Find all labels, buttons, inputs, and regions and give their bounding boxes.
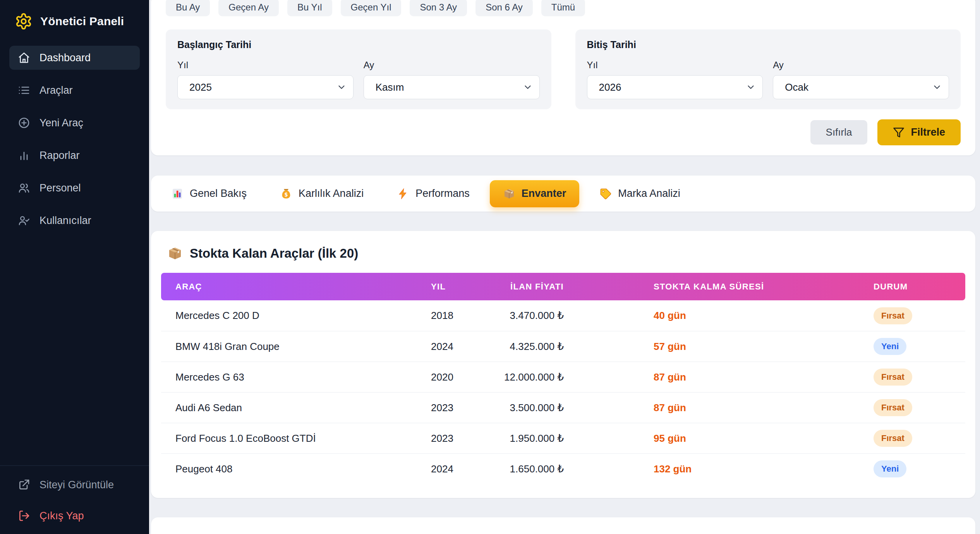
start-month-select[interactable]: Kasım	[364, 75, 540, 99]
days-in-stock-cell: 40 gün	[579, 310, 827, 322]
status-badge: Fırsat	[874, 430, 912, 447]
sidebar-nav: Dashboard Araçlar Yeni Araç Raporlar Per…	[0, 40, 149, 238]
days-in-stock-cell: 132 gün	[579, 463, 827, 475]
end-month-select[interactable]: Ocak	[773, 75, 949, 99]
sidebar-item-label: Kullanıcılar	[39, 215, 91, 227]
quick-range-chips: Bu Ay Geçen Ay Bu Yıl Geçen Yıl Son 3 Ay…	[166, 0, 961, 16]
funnel-icon	[893, 127, 904, 138]
table-row: Mercedes G 63 2020 12.000.000 ₺ 87 gün F…	[161, 362, 965, 392]
tab-item[interactable]: Genel Bakış	[158, 180, 260, 207]
column-header-days-in-stock: STOKTA KALMA SÜRESİ	[579, 282, 827, 292]
inventory-table: ARAÇ YIL İLAN FİYATI STOKTA KALMA SÜRESİ…	[161, 273, 965, 484]
end-date-card: Bitiş Tarihi Yıl 2026 Ay Ocak	[575, 29, 961, 109]
sidebar-item[interactable]: Dashboard	[9, 46, 140, 70]
inventory-title-row: Stokta Kalan Araçlar (İlk 20)	[167, 246, 965, 261]
filter-button[interactable]: Filtrele	[877, 119, 961, 145]
column-header-year: YIL	[417, 282, 502, 292]
date-filter-panel: Bu Ay Geçen Ay Bu Yıl Geçen Yıl Son 3 Ay…	[151, 0, 975, 155]
tab-label: Genel Bakış	[190, 188, 247, 200]
price-cell: 3.500.000 ₺	[502, 402, 579, 414]
sidebar-item[interactable]: Personel	[9, 176, 140, 200]
tag-emoji-icon	[599, 188, 612, 200]
package-emoji-icon	[503, 188, 515, 200]
sidebar-item[interactable]: Yeni Araç	[9, 111, 140, 135]
quick-range-chip[interactable]: Geçen Yıl	[341, 0, 402, 16]
date-range-grid: Başlangıç Tarihi Yıl 2025 Ay Kasım	[166, 29, 961, 109]
money-bag-emoji-icon: $	[280, 188, 292, 200]
start-year-select[interactable]: 2025	[177, 75, 354, 99]
filter-button-label: Filtrele	[911, 126, 945, 138]
year-cell: 2024	[417, 463, 502, 475]
year-cell: 2020	[417, 371, 502, 383]
home-icon	[18, 52, 30, 64]
quick-range-chip[interactable]: Son 6 Ay	[475, 0, 533, 16]
tab-item[interactable]: $ Karlılık Analizi	[267, 180, 377, 207]
start-date-card: Başlangıç Tarihi Yıl 2025 Ay Kasım	[166, 29, 551, 109]
sidebar-footer: Siteyi Görüntüle Çıkış Yap	[0, 465, 149, 534]
tab-item[interactable]: Performans	[384, 180, 483, 207]
status-badge: Yeni	[874, 460, 906, 477]
plus-circle-icon	[18, 117, 30, 129]
list-icon	[18, 84, 30, 96]
price-cell: 4.325.000 ₺	[502, 341, 579, 353]
inventory-panel: Stokta Kalan Araçlar (İlk 20) ARAÇ YIL İ…	[151, 231, 975, 498]
days-in-stock-cell: 95 gün	[579, 432, 827, 444]
tab-label: Marka Analizi	[618, 188, 680, 200]
inventory-title: Stokta Kalan Araçlar (İlk 20)	[190, 246, 358, 261]
sidebar-item-label: Raporlar	[39, 150, 80, 162]
status-badge: Yeni	[874, 338, 906, 355]
users-icon	[18, 182, 30, 194]
user-check-icon	[18, 214, 30, 227]
app-logo: Yönetici Paneli	[0, 0, 149, 40]
quick-range-chip[interactable]: Bu Ay	[166, 0, 210, 16]
table-row: Audi A6 Sedan 2023 3.500.000 ₺ 87 gün Fı…	[161, 392, 965, 423]
chart-emoji-icon	[171, 188, 184, 200]
status-badge: Fırsat	[874, 307, 912, 324]
reset-button[interactable]: Sıfırla	[810, 120, 868, 145]
package-icon	[167, 246, 183, 261]
table-row: Mercedes C 200 D 2018 3.470.000 ₺ 40 gün…	[161, 300, 965, 331]
year-cell: 2023	[417, 432, 502, 444]
days-in-stock-cell: 87 gün	[579, 402, 827, 414]
sidebar-footer-item[interactable]: Siteyi Görüntüle	[9, 473, 140, 497]
table-row: BMW 418i Gran Coupe 2024 4.325.000 ₺ 57 …	[161, 331, 965, 362]
quick-range-chip[interactable]: Tümü	[541, 0, 585, 16]
external-link-icon	[18, 479, 30, 491]
app-title: Yönetici Paneli	[40, 15, 124, 28]
sidebar-item-label: Personel	[39, 182, 81, 194]
sidebar-footer-label: Siteyi Görüntüle	[39, 479, 114, 491]
days-in-stock-cell: 87 gün	[579, 371, 827, 383]
start-date-title: Başlangıç Tarihi	[177, 39, 540, 50]
sidebar-item-label: Dashboard	[39, 52, 91, 64]
start-month-label: Ay	[364, 60, 540, 71]
main-content: Bu Ay Geçen Ay Bu Yıl Geçen Yıl Son 3 Ay…	[149, 0, 980, 534]
quick-range-chip[interactable]: Son 3 Ay	[410, 0, 467, 16]
sidebar-item[interactable]: Araçlar	[9, 78, 140, 102]
year-cell: 2024	[417, 341, 502, 353]
quick-range-chip[interactable]: Bu Yıl	[287, 0, 332, 16]
end-year-label: Yıl	[587, 60, 763, 71]
start-year-label: Yıl	[177, 60, 354, 71]
sidebar-item[interactable]: Raporlar	[9, 143, 140, 167]
tab-item[interactable]: Marka Analizi	[586, 180, 693, 207]
vehicle-name-cell: BMW 418i Gran Coupe	[161, 341, 417, 353]
logout-icon	[18, 510, 30, 522]
lightning-emoji-icon	[397, 188, 409, 200]
table-header-row: ARAÇ YIL İLAN FİYATI STOKTA KALMA SÜRESİ…	[161, 273, 965, 300]
year-cell: 2023	[417, 402, 502, 414]
quick-range-chip[interactable]: Geçen Ay	[218, 0, 279, 16]
sidebar: Yönetici Paneli Dashboard Araçlar Yeni A…	[0, 0, 149, 534]
sidebar-footer-label: Çıkış Yap	[39, 510, 84, 522]
tab-item[interactable]: Envanter	[490, 180, 580, 207]
gear-icon	[15, 12, 33, 30]
year-cell: 2018	[417, 310, 502, 322]
sidebar-footer-item[interactable]: Çıkış Yap	[9, 504, 140, 528]
tab-label: Envanter	[522, 188, 566, 200]
end-month-label: Ay	[773, 60, 949, 71]
tab-label: Karlılık Analizi	[299, 188, 364, 200]
end-year-select[interactable]: 2026	[587, 75, 763, 99]
vehicle-name-cell: Ford Focus 1.0 EcoBoost GTDİ	[161, 432, 417, 444]
price-cell: 1.650.000 ₺	[502, 463, 579, 475]
tab-label: Performans	[415, 188, 470, 200]
sidebar-item[interactable]: Kullanıcılar	[9, 208, 140, 233]
